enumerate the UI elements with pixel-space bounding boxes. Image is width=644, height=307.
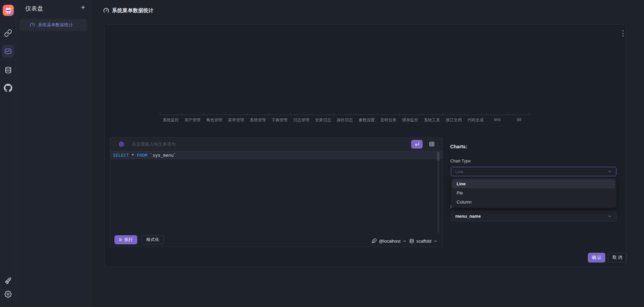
chevron-down-icon [433, 239, 438, 243]
database-select[interactable]: scaffold [409, 239, 438, 244]
card-footer: 确 认 取 消 [588, 253, 627, 263]
chart-type-option-line[interactable]: Line [452, 179, 615, 188]
gauge-icon [30, 22, 35, 28]
chevron-down-icon [607, 214, 612, 219]
axis-category-label: 系统监控 [160, 117, 182, 123]
sql-token: `sys_menu` [150, 153, 176, 158]
sql-code-line: SELECT * FROM `sys_menu` [110, 151, 442, 159]
app-logo-icon[interactable] [3, 5, 14, 16]
axis-tick [421, 113, 443, 115]
sql-actions: 执行 格式化 [114, 235, 164, 244]
axis-tick [160, 113, 182, 115]
axis-category-label: 定时任务 [378, 117, 399, 123]
axis-category-label: test [487, 117, 508, 123]
sidebar-item-label: 系统菜单数据统计 [38, 22, 73, 28]
chart-x-axis: 系统监控用户管理角色管理菜单管理系统管理字典管理日志管理登录日志操作日志参数设置… [160, 113, 530, 123]
chart-type-dropdown: LinePieColumn [451, 178, 616, 208]
axis-category-label: 参数设置 [356, 117, 378, 123]
chart-type-option-pie[interactable]: Pie [452, 188, 615, 197]
database-icon[interactable] [0, 66, 16, 74]
sidebar-item-dashboard[interactable]: 系统菜单数据统计 [20, 19, 87, 31]
dashboard-sidebar: 仪表盘 + 系统菜单数据统计 [16, 0, 91, 307]
axis-category-label: 日志管理 [290, 117, 312, 123]
run-button[interactable]: 执行 [114, 235, 137, 244]
sql-token: FROM [137, 153, 150, 158]
axis-category-label: 代码生成 [465, 117, 487, 123]
axis-tick [378, 113, 399, 115]
axis-tick [269, 113, 291, 115]
rocket-icon[interactable] [0, 277, 16, 285]
enter-arrow-icon [415, 142, 420, 147]
nl-text-input[interactable]: 在这里输入纯文本语句 [132, 141, 411, 147]
axis-tick [334, 113, 356, 115]
yaxis-select[interactable]: menu_name [451, 211, 616, 221]
kebab-menu-icon[interactable] [620, 30, 625, 37]
axis-tick [225, 113, 247, 115]
charts-heading: Charts: [450, 144, 467, 149]
icon-rail [0, 0, 16, 307]
page-header: 系统菜单数据统计 [103, 7, 154, 14]
confirm-button[interactable]: 确 认 [588, 253, 605, 263]
axis-tick [508, 113, 530, 115]
format-button[interactable]: 格式化 [142, 235, 164, 244]
axis-category-label: 接口文档 [443, 117, 465, 123]
axis-tick [291, 113, 313, 115]
axis-category-label: 菜单管理 [225, 117, 247, 123]
cancel-button[interactable]: 取 消 [608, 253, 626, 263]
chart-type-label: Chart Type [450, 159, 471, 163]
x-axis-ticks [160, 113, 530, 115]
database-icon [409, 239, 414, 244]
chevron-down-icon [402, 239, 407, 243]
axis-tick [204, 113, 225, 115]
yaxis-value: menu_name [455, 214, 481, 219]
editor-scrollbar [437, 152, 439, 233]
chart-type-select[interactable]: Line [451, 167, 616, 176]
sql-editor-panel: 在这里输入纯文本语句 SELECT * FROM `sys_menu` [110, 137, 443, 247]
table-view-icon[interactable] [429, 141, 435, 147]
add-dashboard-button[interactable]: + [81, 3, 85, 12]
sql-code-editor[interactable]: SELECT * FROM `sys_menu` [110, 151, 442, 233]
chart-type-option-column[interactable]: Column [452, 197, 615, 207]
charts-config-panel: Charts: Chart Type Line LinePieColumn yA… [443, 137, 626, 247]
app-root: 仪表盘 + 系统菜单数据统计 系统菜单数据统计 系统监控用户管理角色管理 [0, 0, 644, 307]
dashboard-nav-active[interactable] [2, 45, 14, 58]
axis-category-label: 系统管理 [247, 117, 269, 123]
connection-bar: @localhost scaffold [371, 238, 438, 244]
axis-category-label: 用户管理 [182, 117, 204, 123]
github-icon[interactable] [0, 84, 16, 92]
axis-tick [443, 113, 465, 115]
axis-category-label: 操作日志 [334, 117, 356, 123]
ai-spiral-icon [118, 141, 124, 147]
chart-icon [4, 48, 12, 55]
feather-pen-icon [371, 238, 377, 244]
page-title: 系统菜单数据统计 [112, 7, 154, 14]
nl-input-bar: 在这里输入纯文本语句 [110, 137, 442, 151]
play-icon [119, 238, 122, 242]
axis-category-label: 登录日志 [312, 117, 334, 123]
axis-tick [312, 113, 334, 115]
axis-category-label: dd [508, 117, 530, 123]
axis-tick [487, 113, 508, 115]
axis-category-label: 缓存监控 [399, 117, 421, 123]
sql-token: SELECT [113, 153, 132, 158]
submit-enter-button[interactable] [411, 140, 423, 149]
sidebar-title: 仪表盘 [25, 5, 43, 12]
connection-label: @localhost [379, 239, 401, 244]
chevron-down-icon [607, 169, 612, 174]
axis-tick [356, 113, 378, 115]
axis-tick [399, 113, 421, 115]
database-label: scaffold [416, 239, 431, 244]
gauge-icon [103, 7, 109, 14]
axis-tick [247, 113, 269, 115]
connection-select[interactable]: @localhost [371, 238, 407, 244]
axis-category-label: 角色管理 [203, 117, 225, 123]
link-icon[interactable] [0, 29, 16, 37]
axis-category-label: 字典管理 [269, 117, 291, 123]
chart-type-value: Line [455, 169, 464, 174]
axis-tick [182, 113, 204, 115]
axis-category-label: 系统工具 [421, 117, 443, 123]
sql-token: * [132, 153, 137, 158]
settings-gear-icon[interactable] [0, 290, 16, 298]
editor-scrollbar-thumb[interactable] [437, 152, 439, 161]
x-axis-labels: 系统监控用户管理角色管理菜单管理系统管理字典管理日志管理登录日志操作日志参数设置… [160, 115, 530, 123]
